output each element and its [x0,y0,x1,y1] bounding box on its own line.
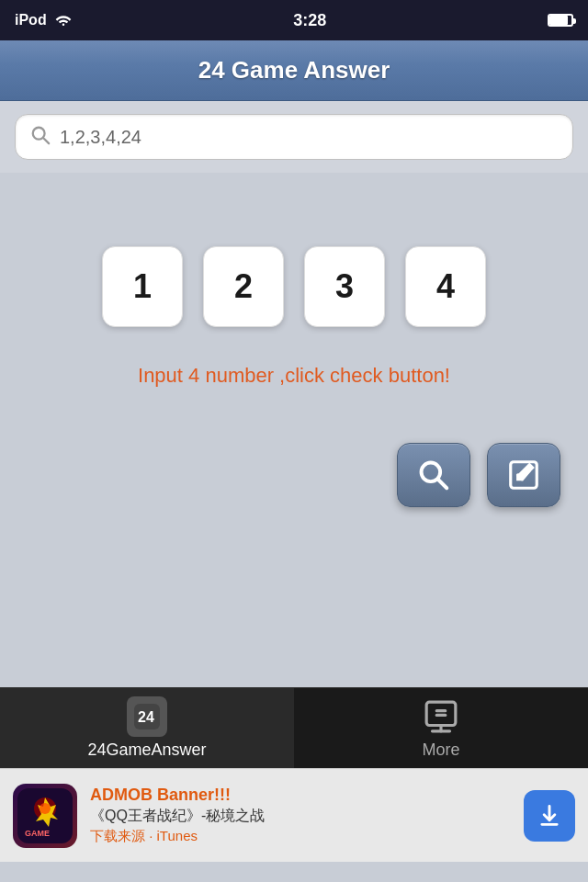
ad-link: 下载来源 · iTunes [90,828,511,845]
tab-game-answer-content: 24 24GameAnswer [87,696,206,760]
tab-more-content: More [421,696,461,760]
svg-text:24: 24 [138,709,154,725]
ad-banner[interactable]: GAME ADMOB Banner!!! 《QQ王者战纪》-秘境之战 下载来源 … [0,768,588,862]
tab-more-label: More [422,741,459,760]
ad-text-area: ADMOB Banner!!! 《QQ王者战纪》-秘境之战 下载来源 · iTu… [90,786,511,845]
number-boxes-row: 1 2 3 4 [102,246,486,327]
tab-game-answer-icon: 24 [127,696,167,737]
device-label: iPod [15,12,47,28]
status-right [548,14,573,27]
nav-title: 24 Game Answer [198,56,390,85]
svg-text:GAME: GAME [25,829,50,838]
status-left: iPod [15,12,73,29]
action-buttons [397,443,588,507]
instruction-text: Input 4 number ,click check button! [138,364,450,388]
status-time: 3:28 [293,11,326,30]
navigation-bar: 24 Game Answer [0,40,588,101]
tab-game-answer[interactable]: 24 24GameAnswer [0,688,294,768]
ad-title: ADMOB Banner!!! [90,786,511,805]
search-bar[interactable]: 1,2,3,4,24 [15,114,573,160]
number-box-1[interactable]: 1 [102,246,183,327]
main-content: 1 2 3 4 Input 4 number ,click check butt… [0,173,588,687]
wifi-icon [54,12,73,29]
status-bar: iPod 3:28 [0,0,588,40]
number-box-4[interactable]: 4 [405,246,486,327]
search-bar-container: 1,2,3,4,24 [0,101,588,173]
ad-icon: GAME [13,784,77,848]
tab-bar: 24 24GameAnswer More [0,687,588,768]
ad-subtitle: 《QQ王者战纪》-秘境之战 [90,807,511,826]
svg-line-1 [43,138,49,143]
more-icon [421,696,461,737]
ad-download-button[interactable] [524,790,575,842]
number-box-2[interactable]: 2 [203,246,284,327]
battery-icon [548,14,573,27]
svg-point-15 [40,803,51,814]
search-value: 1,2,3,4,24 [60,127,141,148]
search-button[interactable] [397,443,470,507]
edit-button[interactable] [487,443,560,507]
svg-line-3 [438,480,447,489]
tab-game-answer-label: 24GameAnswer [87,741,206,760]
number-box-3[interactable]: 3 [304,246,385,327]
search-icon [30,125,51,150]
tab-more[interactable]: More [294,688,588,768]
